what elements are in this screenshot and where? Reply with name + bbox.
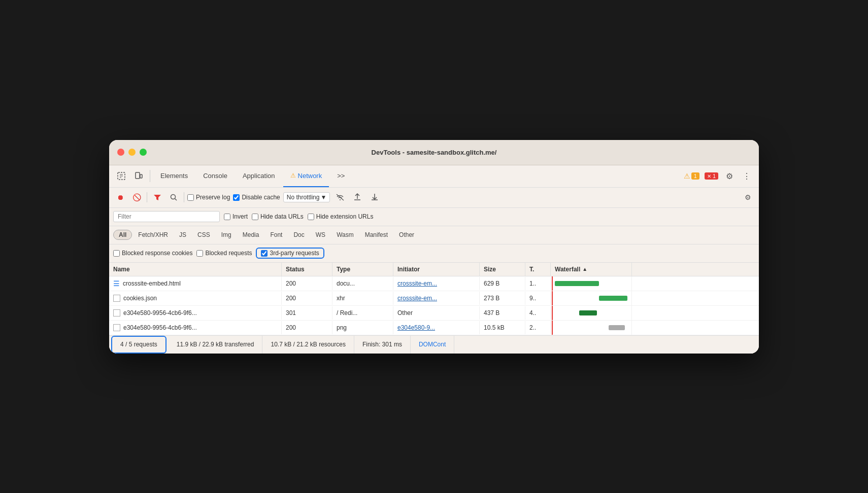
table-row[interactable]: e304e580-9956-4cb6-9f6... 200 png e304e5… [109, 321, 759, 335]
blocked-response-label[interactable]: Blocked response cookies [113, 250, 192, 257]
type-btn-doc[interactable]: Doc [288, 230, 309, 239]
td-initiator-1[interactable]: crosssite-em... [393, 277, 480, 290]
tab-network[interactable]: ⚠ Network [283, 165, 329, 187]
clear-button[interactable]: 🚫 [129, 190, 144, 204]
table-row[interactable]: cookies.json 200 xhr crosssite-em... 273… [109, 291, 759, 306]
minimize-button[interactable] [128, 149, 136, 156]
tab-application[interactable]: Application [236, 165, 282, 187]
file-icon-gray-3 [113, 309, 120, 316]
col-extra [632, 263, 647, 276]
top-nav: Elements Console Application ⚠ Network >… [109, 165, 759, 188]
svg-rect-1 [136, 172, 140, 179]
settings-icon[interactable]: ⚙ [721, 168, 738, 184]
type-btn-css[interactable]: CSS [192, 230, 215, 239]
type-btn-manifest[interactable]: Manifest [360, 230, 393, 239]
type-btn-media[interactable]: Media [238, 230, 264, 239]
col-status[interactable]: Status [282, 263, 332, 276]
table-row[interactable]: ☰ crosssite-embed.html 200 docu... cross… [109, 276, 759, 291]
blocked-response-checkbox[interactable] [113, 250, 120, 257]
td-initiator-4[interactable]: e304e580-9... [393, 321, 480, 334]
type-btn-js[interactable]: JS [174, 230, 191, 239]
close-button[interactable] [117, 149, 124, 156]
td-time-4: 2.. [525, 321, 551, 334]
td-initiator-2[interactable]: crosssite-em... [393, 292, 480, 305]
svg-rect-2 [140, 174, 142, 178]
disable-cache-label[interactable]: Disable cache [233, 194, 280, 201]
window-title: DevTools - samesite-sandbox.glitch.me/ [372, 149, 497, 156]
device-icon[interactable] [130, 168, 147, 184]
file-icon-gray-4 [113, 324, 120, 331]
td-type-2: xhr [332, 292, 393, 305]
invert-checkbox[interactable] [224, 214, 230, 220]
type-btn-all[interactable]: All [113, 230, 132, 240]
wf-red-line [552, 276, 553, 291]
wifi-icon[interactable] [333, 190, 347, 204]
invert-label[interactable]: Invert [224, 213, 248, 220]
td-name-1: ☰ crosssite-embed.html [109, 276, 282, 291]
filter-row: Invert Hide data URLs Hide extension URL… [109, 208, 759, 226]
hide-data-label[interactable]: Hide data URLs [252, 213, 304, 220]
td-size-2: 273 B [480, 292, 525, 305]
search-button[interactable] [166, 190, 181, 204]
network-settings-icon[interactable]: ⚙ [741, 190, 755, 204]
warn-icon-badge: ⚠ [684, 172, 690, 180]
type-btn-other[interactable]: Other [394, 230, 419, 239]
hide-ext-label[interactable]: Hide extension URLs [308, 213, 374, 220]
file-icon-gray [113, 295, 120, 302]
filter-button[interactable] [150, 190, 164, 204]
tab-console[interactable]: Console [196, 165, 235, 187]
blocked-requests-checkbox[interactable] [196, 250, 203, 257]
domcontentloaded: DOMCont [411, 336, 454, 354]
err-count: ✕ 1 [705, 172, 718, 180]
td-name-4: e304e580-9956-4cb6-9f6... [109, 321, 282, 334]
tab-more[interactable]: >> [330, 165, 352, 187]
td-waterfall-4 [551, 321, 632, 335]
type-btn-font[interactable]: Font [265, 230, 287, 239]
wf-bar-2 [599, 296, 627, 301]
type-btn-ws[interactable]: WS [311, 230, 330, 239]
col-type[interactable]: Type [332, 263, 393, 276]
download-icon[interactable] [368, 190, 382, 204]
throttle-select[interactable]: No throttling ▼ [283, 192, 330, 202]
td-status-1: 200 [282, 277, 332, 290]
more-options-icon[interactable]: ⋮ [739, 168, 755, 184]
hide-data-checkbox[interactable] [252, 214, 258, 220]
record-button[interactable]: ⏺ [113, 190, 127, 204]
filter-input[interactable] [113, 211, 220, 222]
transferred-size: 11.9 kB / 22.9 kB transferred [169, 336, 263, 354]
col-time[interactable]: T. [525, 263, 551, 276]
third-party-checkbox[interactable] [261, 250, 268, 257]
svg-line-4 [175, 199, 177, 201]
maximize-button[interactable] [140, 149, 147, 156]
col-initiator[interactable]: Initiator [393, 263, 480, 276]
preserve-log-label[interactable]: Preserve log [187, 194, 230, 201]
network-toolbar: ⏺ 🚫 Preserve log [109, 188, 759, 208]
inspect-icon[interactable] [113, 168, 129, 184]
blocked-requests-label[interactable]: Blocked requests [196, 250, 252, 257]
preserve-log-checkbox[interactable] [187, 194, 194, 201]
type-btn-wasm[interactable]: Wasm [331, 230, 359, 239]
wf-bar-1 [555, 281, 599, 286]
td-time-3: 4.. [525, 306, 551, 320]
td-initiator-3: Other [393, 306, 480, 320]
col-size[interactable]: Size [480, 263, 525, 276]
hide-ext-checkbox[interactable] [308, 214, 314, 220]
disable-cache-checkbox[interactable] [233, 194, 240, 201]
td-type-1: docu... [332, 277, 393, 290]
upload-icon[interactable] [350, 190, 364, 204]
type-btn-img[interactable]: Img [216, 230, 237, 239]
type-btn-fetch[interactable]: Fetch/XHR [133, 230, 173, 239]
col-name[interactable]: Name [109, 263, 282, 276]
devtools-body: Elements Console Application ⚠ Network >… [109, 165, 759, 354]
col-waterfall[interactable]: Waterfall ▲ [551, 263, 632, 276]
requests-table: Name Status Type Initiator Size T. Water… [109, 263, 759, 335]
table-header: Name Status Type Initiator Size T. Water… [109, 263, 759, 276]
td-name-3: e304e580-9956-4cb6-9f6... [109, 306, 282, 320]
wf-bar-3 [579, 310, 597, 315]
sort-icon: ▲ [582, 266, 587, 272]
td-waterfall-1 [551, 276, 632, 291]
td-size-4: 10.5 kB [480, 321, 525, 334]
toolbar-separator-2 [184, 192, 184, 202]
table-row[interactable]: e304e580-9956-4cb6-9f6... 301 / Redi... … [109, 306, 759, 321]
tab-elements[interactable]: Elements [153, 165, 195, 187]
